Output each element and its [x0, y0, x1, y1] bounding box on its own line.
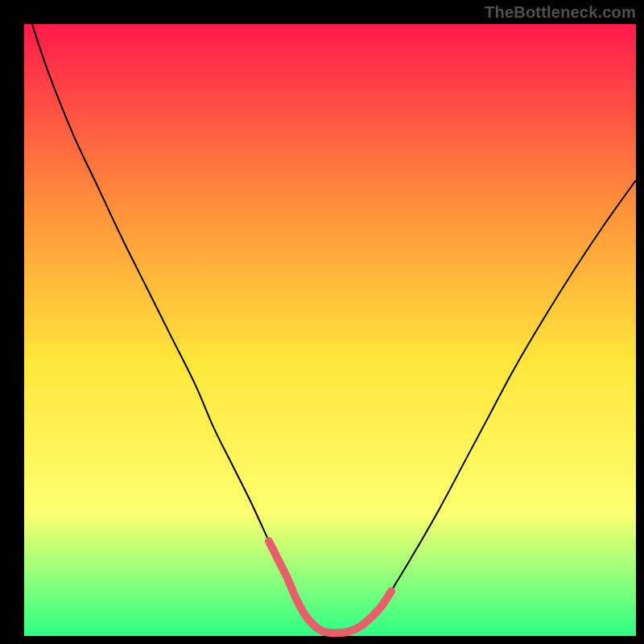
plot-background — [24, 24, 636, 636]
chart-root: TheBottleneck.com — [0, 0, 644, 644]
chart-svg — [0, 0, 644, 644]
watermark-text: TheBottleneck.com — [485, 3, 636, 22]
